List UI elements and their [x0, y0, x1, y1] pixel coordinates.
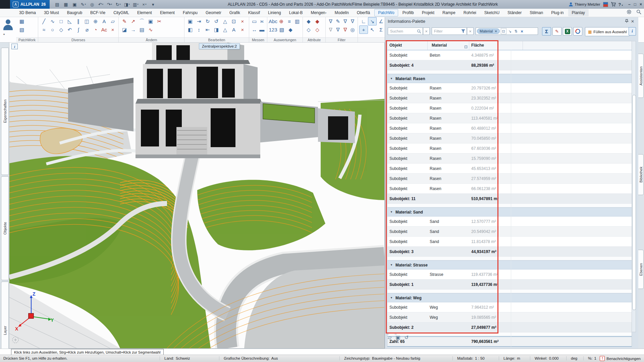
quick-access-icon[interactable]: × [140, 1, 148, 8]
menu-tab[interactable]: Rampe [439, 9, 459, 16]
table-row[interactable]: ▼ Material: Rasen [387, 74, 632, 83]
ribbon-tool-icon[interactable]: ▧ [277, 25, 286, 34]
ribbon-tool-icon[interactable]: ∿ [48, 17, 57, 25]
ribbon-tool-icon[interactable]: ▤ [138, 25, 146, 34]
quick-access-icon[interactable]: ◨ [123, 1, 131, 8]
menu-tab[interactable]: Stilman [526, 9, 547, 16]
ribbon-tool-icon[interactable]: ▬ [258, 25, 266, 34]
table-row[interactable]: Subobjekt: 2 27,049877 m² ▼ [387, 322, 632, 333]
ribbon-tool-icon[interactable]: ▣ [186, 17, 195, 25]
info-button[interactable]: i [629, 27, 636, 36]
shop-cart-icon[interactable] [611, 2, 616, 7]
ribbon-tool-icon[interactable]: ↻ [203, 17, 212, 25]
search-icon[interactable] [636, 9, 641, 14]
filter-input[interactable]: Filter [432, 27, 467, 35]
menu-tab[interactable]: Baugrub [63, 9, 86, 16]
ribbon-tool-icon[interactable]: ◺ [65, 17, 74, 25]
table-row[interactable]: Subobjekt Rasen 113.440581 m² ▼ [387, 113, 632, 123]
table-row[interactable]: ▼ [387, 290, 632, 294]
ribbon-tool-icon[interactable]: ▣ [146, 17, 155, 25]
table-row[interactable]: Subobjekt Rasen 66.061238 m² ▼ [387, 184, 632, 194]
quick-access-icon[interactable]: ↻ [114, 1, 122, 8]
fill-from-selection-button[interactable]: ▦ Füllen aus Auswahl [585, 27, 630, 36]
quick-access-icon[interactable]: ▤ [53, 1, 61, 8]
ribbon-tool-icon[interactable]: ∫ [74, 25, 83, 34]
ribbon-tool-icon[interactable]: × [238, 17, 247, 25]
ribbon-tool-icon[interactable]: ◇ [313, 25, 322, 34]
help-button[interactable]: ? [619, 2, 623, 7]
menu-tab[interactable]: PatchWo [374, 9, 398, 16]
column-options-icon[interactable]: ⊡ [462, 43, 468, 49]
ribbon-tool-icon[interactable]: ⊕ [277, 17, 285, 25]
table-row[interactable]: Subobjekt Weg 7.964312 m² ▼ [387, 302, 632, 312]
table-row[interactable]: Subobjekt Sand 11.814378 m² ▼ [387, 237, 632, 247]
menu-tab[interactable]: Modelln [331, 9, 353, 16]
ribbon-tool-icon[interactable]: ⌒ [138, 17, 146, 25]
open-favorite-icon[interactable]: ☆ ▱ [388, 335, 392, 341]
table-row[interactable]: Subobjekt Sand 12.570777 m² ▼ [387, 217, 632, 227]
profile-avatar-button[interactable]: ▾ [1, 18, 15, 40]
search-input[interactable]: Suchen [388, 27, 423, 35]
ribbon-tool-icon[interactable]: A [100, 17, 109, 25]
menu-tab[interactable]: 3D Bema [15, 9, 40, 16]
table-row[interactable]: ▼ [387, 204, 632, 208]
table-row[interactable]: Subobjekt Rasen 27.574959 m² ▼ [387, 174, 632, 184]
table-row[interactable]: Subobjekt Rasen 70.045850 m² ▼ [387, 133, 632, 143]
table-row[interactable]: ▼ Material: Sand [387, 208, 632, 217]
clear-all-filters-button[interactable]: × [520, 29, 525, 34]
ribbon-tool-icon[interactable]: ∇ [349, 17, 356, 25]
clear-search-button[interactable]: × [423, 27, 430, 35]
user-account[interactable]: Thierry Metzler [569, 2, 600, 7]
table-row[interactable]: Subobjekt: 11 510,947891 m² ▼ [387, 194, 632, 204]
ribbon-tool-icon[interactable]: ↘ [368, 17, 377, 25]
ribbon-tool-icon[interactable]: ◇ [57, 25, 65, 34]
side-tab[interactable]: Eigenschaften [1, 48, 9, 175]
ribbon-tool-icon[interactable]: ◧ [186, 25, 195, 34]
quick-access-icon[interactable]: ▣ [70, 1, 78, 8]
menu-tab[interactable]: Grafik [226, 9, 244, 16]
export-excel-button[interactable]: X [563, 27, 572, 36]
ribbon-tool-icon[interactable]: ∇ [342, 25, 349, 34]
ribbon-tool-icon[interactable]: ✂ [155, 17, 164, 25]
save-favorite-icon[interactable]: ☆ ▣ [396, 335, 400, 341]
minimize-button[interactable]: – [628, 2, 631, 7]
quick-access-icon[interactable]: ↷ [105, 1, 113, 8]
ribbon-tool-icon[interactable]: ↔ [251, 25, 258, 34]
ribbon-tool-icon[interactable]: ∿ [146, 25, 155, 34]
quick-access-icon[interactable]: ↶ [97, 1, 105, 8]
ribbon-tool-icon[interactable]: ◆ [286, 25, 295, 34]
ribbon-tool-icon[interactable]: ↶ [65, 25, 74, 34]
menu-tab[interactable]: Klassif [245, 9, 264, 16]
ribbon-tool-icon[interactable]: ✎ [334, 17, 342, 25]
ribbon-tool-icon[interactable]: ⊕ [91, 17, 100, 25]
clear-filter-button[interactable]: × [467, 27, 474, 35]
sort-order-icon[interactable]: ⇅ [514, 29, 519, 34]
menu-tab[interactable]: BCF-Vie [87, 9, 109, 16]
menu-tab[interactable]: Lokal-B [285, 9, 307, 16]
ribbon-tool-icon[interactable]: ≡ [285, 17, 293, 25]
menu-tab[interactable]: Mengen- [307, 9, 330, 16]
menu-tab[interactable]: Projekt [418, 9, 438, 16]
ribbon-tool-icon[interactable]: ◆ [313, 17, 322, 25]
ribbon-tool-icon[interactable]: ↕ [195, 25, 203, 34]
ribbon-tool-icon[interactable]: ≈ [40, 25, 48, 34]
menu-tab[interactable]: Rohrlei [460, 9, 480, 16]
ribbon-tool-icon[interactable]: ▭ [251, 17, 258, 25]
ribbon-tool-icon[interactable]: ▥ [293, 17, 301, 25]
ribbon-tool-icon[interactable]: ⇥ [195, 17, 203, 25]
ribbon-tool-icon[interactable]: ↖ [368, 25, 377, 34]
column-header-material[interactable]: Material ⊡ [428, 41, 469, 50]
ribbon-tool-icon[interactable]: ○ [48, 25, 57, 34]
side-tab[interactable]: Assistenten [638, 54, 644, 98]
table-row[interactable]: Subobjekt Rasen 15.759090 m² ▼ [387, 154, 632, 164]
ribbon-tool-icon[interactable]: ∠ [377, 17, 385, 25]
collapse-triangle-icon[interactable]: ▼ [390, 77, 393, 80]
ribbon-tool-icon[interactable]: 123 [269, 25, 277, 34]
table-row[interactable]: Subobjekt Rasen 20.797326 m² ▼ [387, 83, 632, 93]
sort-direction-icon[interactable]: ↘ [507, 29, 513, 34]
table-row[interactable]: ▼ [387, 333, 632, 337]
viewport-3d[interactable]: Z X Y Zentralperspektive:2 i [9, 42, 385, 349]
refresh-icon[interactable]: ↺ [405, 335, 409, 341]
allplan-connect-button[interactable] [573, 27, 582, 36]
menu-tab[interactable]: 3D Must [40, 9, 63, 16]
